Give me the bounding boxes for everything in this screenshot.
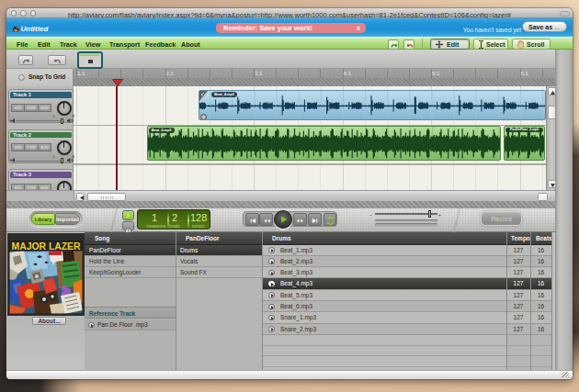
svg-text:MAJOR LAZER: MAJOR LAZER: [12, 241, 81, 252]
